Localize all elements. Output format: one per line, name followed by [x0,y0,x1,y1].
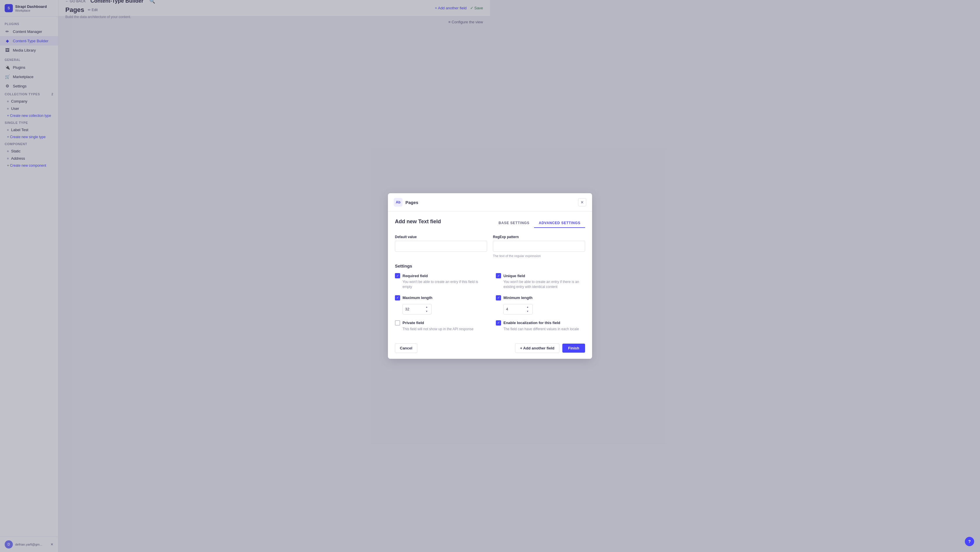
form-row-default-regexp: Default value RegExp pattern The text of… [395,235,490,258]
settings-section: Settings ✓ Required field You won't be a… [395,263,490,276]
required-field-label: Required field [402,274,428,276]
required-field-checkbox[interactable]: ✓ [395,273,400,276]
default-value-input[interactable] [395,241,487,252]
modal-type-icon: Ab [394,198,402,207]
modal-overlay: Ab Pages ✕ Add new Text field BASE SETTI… [0,0,490,276]
settings-grid: ✓ Required field You won't be able to cr… [395,273,490,276]
modal-title: Pages [406,200,418,205]
modal-form-title: Add new Text field [395,219,441,225]
required-field-header: ✓ Required field [395,273,484,276]
default-value-group: Default value [395,235,487,258]
default-value-label: Default value [395,235,487,239]
settings-title: Settings [395,263,490,268]
modal-body: Add new Text field BASE SETTINGS ADVANCE… [388,212,490,276]
required-field-setting: ✓ Required field You won't be able to cr… [395,273,484,276]
modal-form-header: Add new Text field BASE SETTINGS ADVANCE… [395,219,490,228]
modal-header: Ab Pages ✕ [388,193,490,212]
modal-dialog: Ab Pages ✕ Add new Text field BASE SETTI… [388,193,490,276]
